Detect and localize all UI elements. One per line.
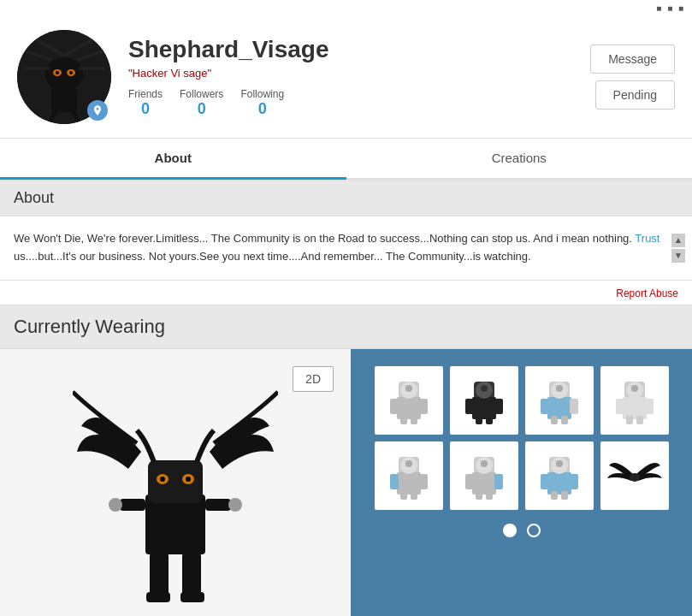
- wearing-section-header: Currently Wearing: [0, 305, 692, 349]
- svg-point-58: [631, 385, 638, 392]
- about-content: We Won't Die, We're forever.Limitless...…: [0, 216, 692, 281]
- svg-rect-80: [570, 474, 578, 489]
- svg-rect-52: [561, 416, 568, 424]
- trust-link[interactable]: Trust: [635, 232, 659, 245]
- character-preview: 2D: [0, 349, 351, 616]
- svg-rect-67: [400, 491, 407, 500]
- svg-rect-16: [148, 460, 203, 503]
- items-grid: [375, 366, 669, 510]
- stat-following: Following 0: [240, 88, 284, 118]
- svg-rect-12: [51, 88, 77, 112]
- svg-rect-44: [486, 416, 493, 424]
- svg-rect-47: [541, 399, 549, 414]
- svg-rect-15: [145, 495, 205, 554]
- message-button[interactable]: Message: [590, 44, 675, 74]
- svg-rect-21: [120, 499, 145, 511]
- svg-rect-25: [150, 553, 169, 595]
- svg-point-42: [481, 385, 488, 392]
- svg-rect-78: [547, 472, 571, 495]
- profile-actions: Message Pending: [590, 44, 675, 110]
- items-grid-wrap: [351, 349, 692, 616]
- friends-label: Friends: [128, 88, 163, 100]
- stats-row: Friends 0 Followers 0 Following 0: [128, 88, 590, 118]
- svg-point-11: [69, 71, 73, 74]
- svg-rect-76: [486, 491, 493, 500]
- svg-rect-71: [465, 474, 474, 489]
- stat-followers: Followers 0: [180, 88, 223, 118]
- profile-username: Shephard_Visage: [128, 36, 590, 63]
- item-cell-7[interactable]: [525, 441, 594, 510]
- item-cell-5[interactable]: [375, 441, 443, 510]
- svg-point-23: [109, 498, 122, 512]
- svg-rect-43: [476, 416, 482, 424]
- svg-rect-32: [419, 399, 428, 414]
- svg-rect-62: [397, 472, 421, 495]
- tab-about[interactable]: About: [0, 139, 346, 180]
- top-bar: ■ ■ ■: [0, 0, 692, 16]
- svg-rect-64: [419, 474, 428, 489]
- svg-rect-84: [561, 491, 568, 500]
- svg-point-85: [630, 473, 640, 482]
- svg-rect-36: [411, 416, 417, 424]
- svg-rect-63: [390, 474, 399, 489]
- tab-creations[interactable]: Creations: [346, 139, 693, 180]
- profile-info: Shephard_Visage "Hacker Vi sage" Friends…: [128, 36, 590, 118]
- wearing-body: 2D: [0, 349, 692, 616]
- followers-label: Followers: [180, 88, 223, 100]
- avatar-badge: [87, 100, 108, 121]
- svg-rect-68: [411, 491, 417, 500]
- btn-2d[interactable]: 2D: [293, 366, 334, 392]
- about-text: We Won't Die, We're forever.Limitless...…: [14, 230, 678, 266]
- avatar-wrap: [17, 30, 111, 124]
- stat-friends: Friends 0: [128, 88, 163, 118]
- tabs: About Creations: [0, 139, 692, 180]
- svg-rect-79: [541, 474, 549, 489]
- svg-point-19: [160, 477, 165, 482]
- following-label: Following: [240, 88, 284, 100]
- pagination-dot-1[interactable]: [503, 524, 517, 537]
- report-abuse-link[interactable]: Report Abuse: [616, 287, 678, 299]
- profile-tagline: "Hacker Vi sage": [128, 67, 590, 80]
- svg-rect-56: [645, 399, 654, 414]
- svg-point-50: [556, 385, 563, 392]
- item-cell-2[interactable]: [450, 366, 518, 435]
- svg-rect-26: [182, 553, 201, 595]
- svg-rect-38: [472, 397, 496, 419]
- followers-value: 0: [198, 100, 206, 118]
- profile-header: Shephard_Visage "Hacker Vi sage" Friends…: [0, 16, 692, 139]
- svg-rect-39: [465, 399, 474, 414]
- item-cell-4[interactable]: [600, 366, 669, 435]
- svg-rect-72: [494, 474, 503, 489]
- character-art: [73, 383, 278, 616]
- svg-point-24: [228, 498, 242, 512]
- pending-button[interactable]: Pending: [595, 80, 675, 110]
- svg-rect-40: [494, 399, 503, 414]
- svg-rect-30: [397, 397, 421, 419]
- svg-rect-28: [180, 592, 204, 602]
- svg-rect-31: [390, 399, 399, 414]
- svg-point-1: [45, 57, 83, 92]
- svg-rect-22: [205, 499, 231, 511]
- menu-dots[interactable]: ■ ■ ■: [656, 3, 685, 13]
- svg-point-82: [556, 460, 563, 467]
- pagination-dot-2[interactable]: [527, 524, 541, 537]
- svg-point-74: [481, 460, 488, 467]
- scroll-up-button[interactable]: ▲: [671, 234, 685, 247]
- svg-rect-48: [570, 399, 578, 414]
- scroll-down-button[interactable]: ▼: [671, 249, 685, 263]
- svg-rect-75: [476, 491, 482, 500]
- svg-rect-60: [636, 416, 643, 424]
- svg-rect-35: [400, 416, 407, 424]
- svg-rect-54: [623, 397, 647, 419]
- svg-point-66: [405, 460, 412, 467]
- svg-rect-51: [551, 416, 558, 424]
- svg-point-34: [405, 385, 412, 392]
- item-cell-6[interactable]: [450, 441, 518, 510]
- item-cell-3[interactable]: [525, 366, 594, 435]
- about-section-header: About: [0, 180, 692, 216]
- item-cell-8[interactable]: [600, 441, 669, 510]
- report-abuse-row: Report Abuse: [0, 281, 692, 305]
- svg-rect-55: [616, 399, 624, 414]
- item-cell-1[interactable]: [375, 366, 443, 435]
- svg-rect-59: [626, 416, 633, 424]
